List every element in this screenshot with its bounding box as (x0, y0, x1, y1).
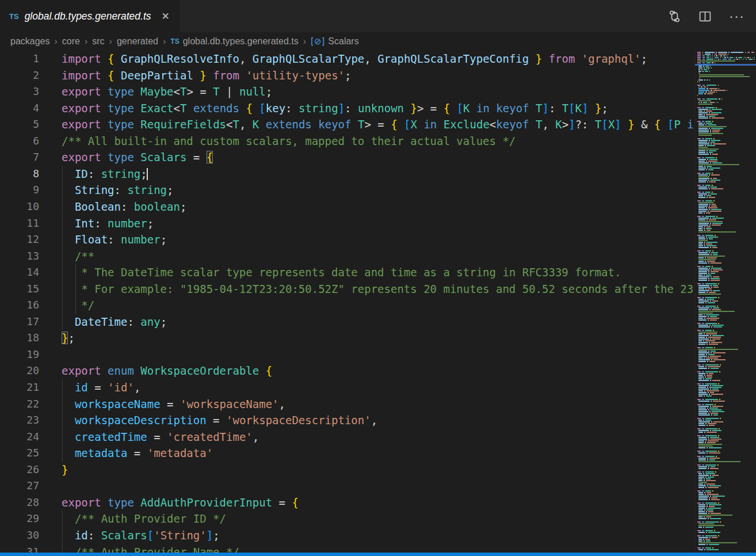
chevron-right-icon: › (85, 36, 87, 47)
minimap-row (697, 389, 756, 390)
minimap-row (697, 66, 756, 67)
code-line-18[interactable]: 18}; (0, 330, 694, 346)
code-line-13[interactable]: 13 /** (0, 248, 694, 265)
code-line-29[interactable]: 29 /** Auth Provider ID */ (0, 511, 694, 527)
minimap-row (697, 504, 756, 505)
code-line-28[interactable]: 28export type AddAuthProviderInput = { (0, 494, 694, 511)
minimap-row (697, 174, 756, 176)
minimap-row (697, 461, 756, 462)
chevron-right-icon: › (55, 36, 58, 47)
minimap-row (697, 335, 756, 336)
code-line-20[interactable]: 20export enum WorkspaceOrderable { (0, 363, 694, 379)
breadcrumb-item-packages[interactable]: packages (10, 36, 50, 47)
code-text: ID: string; (62, 166, 148, 182)
code-line-3[interactable]: 3export type Maybe<T> = T | null; (0, 83, 694, 100)
code-line-7[interactable]: 7export type Scalars = { (0, 149, 694, 166)
line-number: 13 (0, 248, 39, 265)
minimap-row (697, 520, 756, 521)
split-editor-icon[interactable] (698, 10, 712, 23)
minimap-row (697, 292, 756, 293)
code-line-1[interactable]: 1import { GraphQLResolveInfo, GraphQLSca… (0, 51, 694, 67)
minimap-row (697, 532, 756, 533)
breadcrumb-item-global-db-types-generated-ts[interactable]: TSglobal.db.types.generated.ts (170, 36, 298, 47)
code-line-10[interactable]: 10 Boolean: boolean; (0, 199, 694, 215)
code-line-27[interactable]: 27 (0, 478, 694, 494)
code-line-14[interactable]: 14 * The DateTime scalar type represents… (0, 264, 694, 281)
minimap-row (697, 351, 756, 352)
minimap-row (697, 544, 756, 545)
minimap-row (697, 73, 756, 74)
code-line-2[interactable]: 2import { DeepPartial } from 'utility-ty… (0, 67, 694, 84)
minimap-row (697, 482, 756, 483)
code-line-12[interactable]: 12 Float: number; (0, 231, 694, 248)
minimap-row (697, 135, 756, 136)
code-line-21[interactable]: 21 id = 'id', (0, 379, 694, 396)
minimap-row (697, 92, 756, 93)
minimap-row (697, 314, 756, 315)
code-line-11[interactable]: 11 Int: number; (0, 215, 694, 232)
minimap-row (697, 104, 756, 105)
breadcrumb-item-src[interactable]: src (92, 36, 104, 47)
code-line-6[interactable]: 6/** All built-in and custom scalars, ma… (0, 133, 694, 150)
minimap-row (697, 107, 756, 108)
breadcrumb-item-core[interactable]: core (62, 36, 80, 47)
minimap-row (697, 356, 756, 357)
minimap-row (697, 423, 756, 424)
more-actions-icon[interactable]: ··· (729, 13, 744, 19)
minimap-row (697, 319, 756, 321)
typescript-file-icon: TS (9, 12, 19, 21)
chevron-right-icon: › (163, 36, 166, 47)
code-line-15[interactable]: 15 * For example: "1985-04-12T23:20:50.5… (0, 281, 694, 298)
minimap-row (697, 409, 756, 410)
code-line-30[interactable]: 30 id: Scalars['String']; (0, 527, 694, 544)
minimap-row (697, 167, 756, 169)
code-text: import { GraphQLResolveInfo, GraphQLScal… (62, 51, 647, 67)
code-line-31[interactable]: 31 /** Auth Provider Name */ (0, 544, 694, 554)
code-line-16[interactable]: 16 */ (0, 297, 694, 314)
breadcrumb-item-generated[interactable]: generated (117, 36, 158, 47)
minimap-row (697, 176, 756, 177)
open-changes-icon[interactable] (668, 10, 681, 23)
code-line-19[interactable]: 19 (0, 346, 694, 363)
minimap-row (697, 280, 756, 281)
code-line-4[interactable]: 4export type Exact<T extends { [key: str… (0, 100, 694, 117)
code-editor[interactable]: 1import { GraphQLResolveInfo, GraphQLSca… (0, 51, 694, 553)
minimap-row (697, 326, 756, 327)
minimap-row (697, 166, 756, 167)
minimap-row (697, 57, 756, 58)
code-line-26[interactable]: 26} (0, 462, 694, 478)
tab-global-db-types-generated-ts[interactable]: TS global.db.types.generated.ts ✕ (0, 0, 180, 32)
line-number: 11 (0, 215, 39, 232)
code-line-17[interactable]: 17 DateTime: any; (0, 314, 694, 330)
minimap-row (697, 257, 756, 258)
minimap-row (697, 380, 756, 381)
minimap-row (697, 161, 756, 162)
minimap-row (697, 86, 756, 87)
line-number: 10 (0, 199, 39, 215)
line-number: 3 (0, 83, 39, 100)
minimap-row (697, 402, 756, 403)
minimap-row (697, 426, 756, 428)
code-line-8[interactable]: 8 ID: string; (0, 166, 694, 182)
breadcrumb-item-scalars[interactable]: [⊘]Scalars (311, 36, 359, 47)
code-line-22[interactable]: 22 workspaceName = 'workspaceName', (0, 396, 694, 413)
code-line-23[interactable]: 23 workspaceDescription = 'workspaceDesc… (0, 412, 694, 429)
code-text: Float: number; (62, 231, 167, 248)
minimap-row (697, 128, 756, 129)
breadcrumb-label: global.db.types.generated.ts (183, 36, 299, 47)
code-line-5[interactable]: 5export type RequireFields<T, K extends … (0, 116, 694, 133)
minimap-row (697, 408, 756, 409)
minimap-row (697, 497, 756, 498)
minimap-row (697, 440, 756, 441)
minimap-row (697, 463, 756, 464)
close-icon[interactable]: ✕ (162, 10, 170, 22)
minimap-row (697, 420, 756, 421)
minimap-row (697, 114, 756, 115)
minimap-row (697, 117, 756, 119)
minimap[interactable] (694, 51, 756, 553)
code-line-9[interactable]: 9 String: string; (0, 182, 694, 199)
code-line-24[interactable]: 24 createdTime = 'createdTime', (0, 429, 694, 445)
minimap-row (697, 216, 756, 217)
code-line-25[interactable]: 25 metadata = 'metadata' (0, 445, 694, 462)
minimap-row (697, 238, 756, 239)
